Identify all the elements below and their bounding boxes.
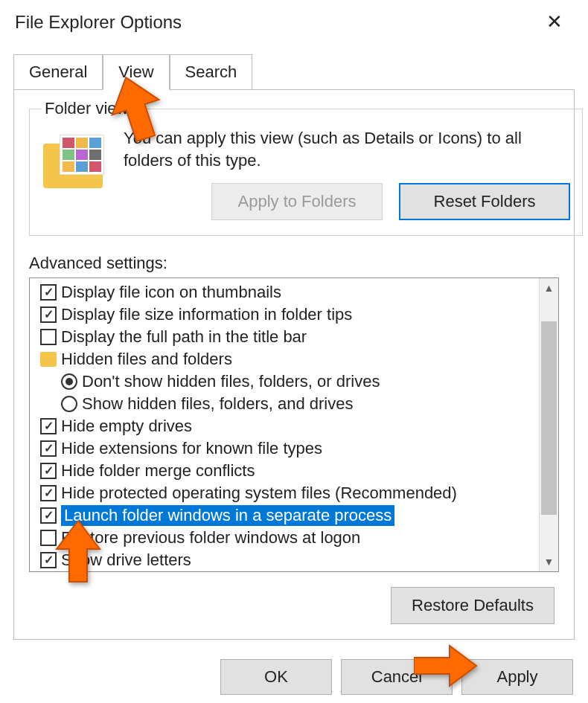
checkbox-icon[interactable] [40, 552, 57, 568]
advanced-settings-label: Advanced settings: [29, 254, 563, 273]
advanced-settings-listbox[interactable]: Display file icon on thumbnailsDisplay f… [29, 277, 559, 572]
advanced-settings-item-label: Hide extensions for known file types [61, 439, 322, 458]
advanced-settings-item[interactable]: Display file size information in folder … [40, 304, 539, 326]
advanced-settings-item-label: Show hidden files, folders, and drives [82, 394, 353, 414]
advanced-settings-item-label: Display file icon on thumbnails [61, 283, 281, 302]
annotation-arrow-icon [414, 644, 478, 687]
advanced-settings-item[interactable]: Restore previous folder windows at logon [40, 527, 539, 549]
window-title: File Explorer Options [15, 12, 182, 33]
advanced-settings-item-label: Display the full path in the title bar [61, 327, 307, 347]
advanced-settings-item-label: Hide empty drives [61, 417, 192, 436]
checkbox-icon[interactable] [40, 485, 57, 501]
checkbox-icon[interactable] [40, 306, 57, 323]
checkbox-icon[interactable] [40, 530, 57, 546]
advanced-settings-item[interactable]: Display the full path in the title bar [40, 326, 539, 348]
svg-marker-2 [414, 646, 476, 686]
scrollbar[interactable]: ▲ ▼ [539, 278, 558, 571]
svg-marker-1 [57, 521, 100, 582]
folder-views-description: You can apply this view (such as Details… [124, 127, 570, 171]
advanced-settings-item-label: Hide protected operating system files (R… [61, 484, 457, 503]
checkbox-icon[interactable] [40, 463, 57, 479]
scroll-up-icon[interactable]: ▲ [540, 278, 558, 298]
folder-icon [40, 352, 57, 367]
advanced-settings-item[interactable]: Display file icon on thumbnails [40, 281, 539, 304]
annotation-arrow-icon [110, 76, 162, 143]
advanced-settings-item[interactable]: Hide extensions for known file types [40, 437, 539, 460]
checkbox-icon[interactable] [40, 440, 57, 457]
advanced-settings-item[interactable]: Hide empty drives [40, 415, 539, 437]
reset-folders-button[interactable]: Reset Folders [399, 183, 570, 220]
annotation-arrow-icon [55, 521, 101, 585]
checkbox-icon[interactable] [40, 418, 57, 434]
titlebar: File Explorer Options ✕ [0, 0, 588, 47]
svg-marker-0 [110, 76, 162, 143]
tab-strip: General View Search [13, 54, 575, 89]
restore-defaults-button[interactable]: Restore Defaults [391, 587, 555, 624]
tab-general[interactable]: General [13, 54, 103, 89]
advanced-settings-item-label: Launch folder windows in a separate proc… [61, 505, 394, 526]
radio-icon[interactable] [61, 396, 77, 412]
checkbox-icon[interactable] [40, 284, 57, 301]
folder-views-icon [42, 132, 109, 197]
advanced-settings-item[interactable]: Don't show hidden files, folders, or dri… [40, 370, 539, 393]
scroll-down-icon[interactable]: ▼ [540, 552, 558, 571]
advanced-settings-item[interactable]: Hide protected operating system files (R… [40, 482, 539, 504]
advanced-settings-item-label: Restore previous folder windows at logon [61, 528, 360, 548]
scroll-thumb[interactable] [541, 321, 557, 515]
advanced-settings-item-label: Display file size information in folder … [61, 305, 352, 324]
advanced-settings-item-label: Don't show hidden files, folders, or dri… [82, 372, 380, 391]
advanced-settings-item[interactable]: Launch folder windows in a separate proc… [40, 504, 539, 527]
advanced-settings-item-label: Hidden files and folders [61, 350, 232, 369]
radio-icon[interactable] [61, 373, 77, 390]
advanced-settings-item[interactable]: Show drive letters [40, 549, 539, 571]
tab-search[interactable]: Search [170, 54, 253, 89]
apply-to-folders-button: Apply to Folders [211, 183, 383, 220]
checkbox-icon[interactable] [40, 507, 57, 524]
dialog-button-row: OK Cancel Apply [0, 649, 588, 703]
advanced-settings-item[interactable]: Hide folder merge conflicts [40, 460, 539, 482]
advanced-settings-item[interactable]: Hidden files and folders [40, 348, 539, 370]
apply-button[interactable]: Apply [461, 659, 573, 695]
ok-button[interactable]: OK [220, 659, 332, 695]
advanced-settings-item[interactable]: Show hidden files, folders, and drives [40, 393, 539, 415]
advanced-settings-item-label: Hide folder merge conflicts [61, 461, 255, 481]
close-icon[interactable]: ✕ [536, 7, 573, 36]
checkbox-icon[interactable] [40, 329, 57, 345]
